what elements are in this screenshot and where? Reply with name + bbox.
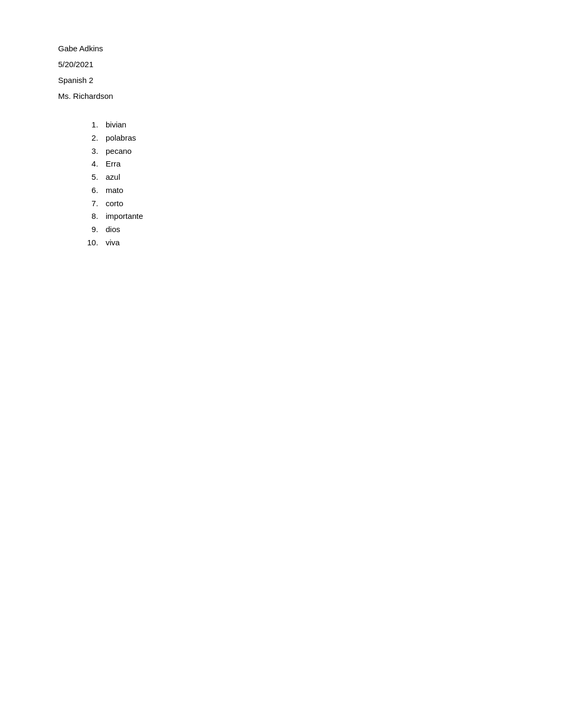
header-info: Gabe Adkins 5/20/2021 Spanish 2 Ms. Rich…: [58, 42, 503, 103]
student-name: Gabe Adkins: [58, 42, 503, 55]
list-item: viva: [100, 236, 503, 250]
list-item: mato: [100, 184, 503, 197]
page: Gabe Adkins 5/20/2021 Spanish 2 Ms. Rich…: [0, 0, 561, 292]
word-list-container: bivianpolabraspecanoErraazulmatocortoimp…: [90, 118, 503, 250]
word-list: bivianpolabraspecanoErraazulmatocortoimp…: [90, 118, 503, 250]
teacher-name: Ms. Richardson: [58, 90, 503, 103]
list-item: polabras: [100, 132, 503, 145]
class-name: Spanish 2: [58, 74, 503, 87]
list-item: pecano: [100, 145, 503, 158]
list-item: azul: [100, 171, 503, 184]
list-item: bivian: [100, 118, 503, 132]
date: 5/20/2021: [58, 58, 503, 71]
list-item: Erra: [100, 158, 503, 171]
list-item: corto: [100, 197, 503, 210]
list-item: importante: [100, 210, 503, 223]
list-item: dios: [100, 223, 503, 236]
